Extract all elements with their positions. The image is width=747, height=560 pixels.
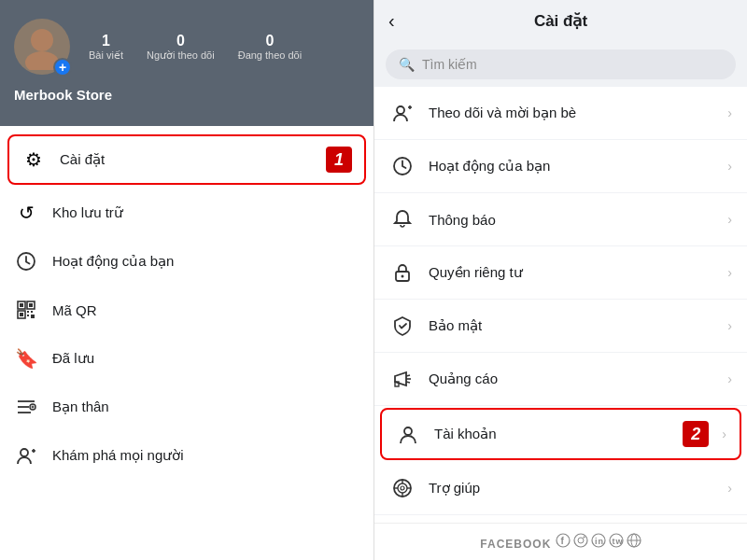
- profile-stats: 1 Bài viết 0 Người theo dõi 0 Đang theo …: [89, 33, 302, 62]
- right-panel: ‹ Cài đặt 🔍 Tìm kiếm Theo dõi và mời bạn…: [374, 0, 747, 560]
- chevron-icon: ›: [727, 212, 732, 227]
- help-icon: [389, 475, 416, 501]
- svg-point-19: [21, 449, 28, 456]
- account-icon: [395, 421, 421, 447]
- settings-title: Cài đặt: [534, 11, 587, 31]
- settings-item-gioi-thieu[interactable]: Giới thiệu ›: [374, 515, 747, 523]
- close-friends-icon: [14, 395, 38, 419]
- left-menu-list: ⚙ Cài đặt 1 ↺ Kho lưu trữ Hoạt động của …: [0, 126, 374, 560]
- followers-count: 0: [176, 33, 185, 49]
- settings-item-bao-mat[interactable]: Bảo mật ›: [374, 300, 747, 353]
- bookmark-icon: 🔖: [14, 346, 38, 371]
- discover-people-icon: [14, 443, 38, 468]
- settings-label-quyen-rieng-tu: Quyền riêng tư: [429, 264, 714, 281]
- settings-item-theo-doi[interactable]: Theo dõi và mời bạn bè ›: [374, 87, 747, 140]
- settings-list: Theo dõi và mời bạn bè › Hoạt động của b…: [374, 87, 747, 523]
- menu-label-hoat-dong: Hoạt động của bạn: [52, 253, 359, 270]
- settings-item-thong-bao[interactable]: Thông báo ›: [374, 193, 747, 246]
- svg-rect-11: [27, 315, 29, 316]
- svg-point-22: [397, 106, 404, 114]
- archive-icon: ↺: [14, 201, 38, 225]
- settings-label-quang-cao: Quảng cáo: [429, 371, 714, 387]
- facebook-footer: FACEBOOK f in tw: [374, 523, 747, 560]
- bell-icon: [389, 206, 416, 232]
- svg-rect-12: [31, 315, 35, 318]
- badge-2: 2: [683, 421, 709, 447]
- back-button[interactable]: ‹: [388, 10, 395, 32]
- badge-1: 1: [326, 147, 352, 173]
- posts-count: 1: [102, 33, 110, 49]
- menu-item-da-luu[interactable]: 🔖 Đã lưu: [0, 334, 374, 383]
- menu-label-da-luu: Đã lưu: [52, 350, 359, 367]
- chevron-icon: ›: [727, 318, 732, 333]
- settings-header: ‹ Cài đặt: [374, 0, 747, 42]
- follow-icon: [389, 100, 416, 126]
- menu-item-kho-luu-tru[interactable]: ↺ Kho lưu trữ: [0, 189, 374, 237]
- svg-text:in: in: [595, 537, 604, 546]
- menu-item-ban-than[interactable]: Bạn thân: [0, 383, 374, 431]
- chevron-icon: ›: [727, 371, 732, 386]
- settings-label-tai-khoan: Tài khoản: [434, 426, 669, 442]
- search-placeholder: Tìm kiếm: [422, 57, 477, 72]
- ads-icon: [389, 366, 416, 392]
- svg-point-46: [578, 538, 584, 543]
- settings-item-hoat-dong[interactable]: Hoạt động của bạn ›: [374, 140, 747, 193]
- settings-item-tro-giup[interactable]: Trợ giúp ›: [374, 462, 747, 515]
- chevron-icon: ›: [722, 427, 726, 441]
- settings-item-quyen-rieng-tu[interactable]: Quyền riêng tư ›: [374, 246, 747, 300]
- footer-text: FACEBOOK: [480, 538, 551, 551]
- chevron-icon: ›: [727, 265, 732, 280]
- chevron-icon: ›: [727, 481, 732, 496]
- activity-icon: [14, 249, 38, 273]
- stat-following: 0 Đang theo dõi: [238, 33, 303, 62]
- svg-line-28: [406, 375, 410, 376]
- svg-rect-10: [31, 311, 33, 313]
- svg-point-45: [574, 534, 587, 547]
- svg-point-32: [404, 427, 412, 435]
- menu-item-hoat-dong[interactable]: Hoạt động của bạn: [0, 237, 374, 286]
- settings-label-theo-doi: Theo dõi và mời bạn bè: [429, 105, 714, 121]
- menu-label-cai-dat: Cài đặt: [60, 151, 312, 168]
- stat-followers: 0 Người theo dõi: [147, 33, 215, 62]
- menu-label-ban-than: Bạn thân: [52, 399, 359, 415]
- svg-rect-8: [20, 313, 23, 316]
- activity-icon: [389, 153, 416, 179]
- posts-label: Bài viết: [89, 49, 123, 62]
- following-count: 0: [265, 33, 274, 49]
- profile-top: + 1 Bài viết 0 Người theo dõi 0 Đang the…: [14, 19, 359, 75]
- svg-line-30: [406, 382, 410, 383]
- lock-icon: [389, 259, 416, 286]
- svg-point-35: [401, 486, 404, 490]
- search-bar[interactable]: 🔍 Tìm kiếm: [386, 49, 736, 79]
- following-label: Đang theo dõi: [238, 49, 303, 61]
- svg-text:f: f: [560, 536, 564, 546]
- stat-posts: 1 Bài viết: [89, 33, 123, 62]
- menu-item-ma-qr[interactable]: Mã QR: [0, 286, 374, 334]
- svg-rect-9: [27, 311, 29, 313]
- settings-label-tro-giup: Trợ giúp: [429, 480, 714, 497]
- settings-item-quang-cao[interactable]: Quảng cáo ›: [374, 353, 747, 406]
- svg-point-34: [398, 483, 407, 493]
- svg-text:tw: tw: [612, 537, 623, 546]
- menu-label-kham-pha: Khám phá mọi người: [52, 447, 359, 464]
- shield-icon: [389, 313, 416, 339]
- footer-icons: f in tw: [556, 533, 641, 548]
- menu-label-ma-qr: Mã QR: [52, 302, 359, 318]
- chevron-icon: ›: [727, 105, 732, 120]
- menu-item-kham-pha[interactable]: Khám phá mọi người: [0, 431, 374, 480]
- avatar-container: +: [14, 19, 70, 75]
- qr-icon: [14, 298, 38, 322]
- menu-item-cai-dat[interactable]: ⚙ Cài đặt 1: [7, 134, 366, 185]
- svg-rect-4: [20, 303, 23, 307]
- add-photo-button[interactable]: +: [53, 58, 72, 77]
- svg-rect-6: [29, 303, 33, 307]
- settings-label-bao-mat: Bảo mật: [429, 317, 714, 334]
- settings-label-thong-bao: Thông báo: [429, 212, 714, 228]
- left-panel: + 1 Bài viết 0 Người theo dõi 0 Đang the…: [0, 0, 374, 560]
- followers-label: Người theo dõi: [147, 49, 215, 62]
- gear-icon: ⚙: [21, 147, 46, 172]
- settings-item-tai-khoan[interactable]: Tài khoản 2 ›: [380, 408, 741, 460]
- settings-label-hoat-dong: Hoạt động của bạn: [429, 158, 714, 175]
- svg-point-0: [31, 29, 53, 51]
- profile-header: + 1 Bài viết 0 Người theo dõi 0 Đang the…: [0, 0, 374, 126]
